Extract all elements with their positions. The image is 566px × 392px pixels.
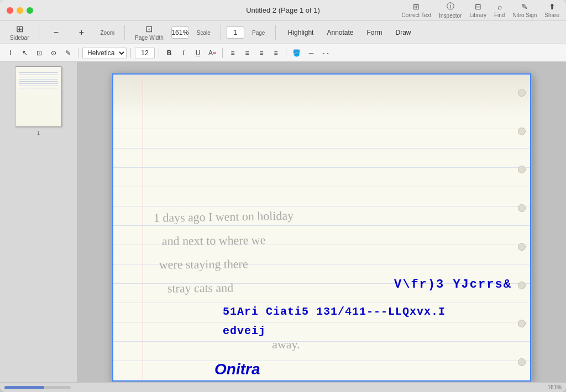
main-area: 1 (0, 62, 566, 382)
cursor-icon[interactable]: ↖ (19, 47, 31, 59)
page-thumb-number: 1 (37, 130, 40, 136)
pages-sidebar: 1 (0, 62, 77, 382)
fmt-divider-4 (222, 48, 223, 58)
toolbar-divider-2 (124, 25, 125, 40)
sidebar-toggle[interactable]: ⊞ Sidebar (6, 22, 33, 43)
share-button[interactable]: ⬆ Share (544, 2, 559, 18)
correct-text-icon: ⊞ (413, 2, 420, 11)
correct-text-button[interactable]: ⊞ Correct Text (402, 2, 432, 18)
margin-line (143, 73, 143, 382)
page-line (112, 264, 531, 264)
toolbar-divider-4 (275, 25, 276, 40)
pen-icon[interactable]: ✎ (62, 47, 74, 59)
horizontal-scrollbar[interactable] (4, 386, 71, 389)
page-width-label: Page Width (135, 35, 164, 41)
page-lines (112, 73, 531, 382)
share-label: Share (544, 12, 559, 18)
page-line (112, 148, 531, 149)
page-line (112, 129, 531, 129)
find-button[interactable]: ⌕ Find (494, 2, 505, 18)
inspector-button[interactable]: ⓘ Inspector (439, 2, 462, 19)
fmt-divider-5 (286, 48, 286, 58)
page-line (112, 303, 531, 303)
typed-text-overlay-1[interactable]: V\fr)3 YJcrrs& (394, 278, 512, 292)
page-number-input[interactable]: 1 (227, 27, 244, 39)
fmt-divider-2 (130, 48, 131, 58)
page-line (112, 361, 531, 361)
zoom-in-button[interactable]: + (70, 26, 92, 39)
page-line (112, 167, 531, 168)
zoom-out-icon: − (54, 28, 59, 38)
thumb-line (19, 79, 58, 80)
align-center-button[interactable]: ≡ (241, 47, 253, 59)
inspector-icon: ⓘ (447, 2, 454, 12)
spiral-hole (518, 358, 526, 366)
thumb-line (19, 75, 58, 75)
canvas-area[interactable]: 1 days ago I went on holiday and next to… (77, 62, 566, 382)
thumb-line (19, 72, 58, 73)
traffic-lights (7, 7, 33, 14)
nitro-sign-button[interactable]: ✎ Nitro Sign (512, 2, 537, 18)
bottom-bar: 161% (0, 382, 566, 392)
page-label-item: Page (248, 28, 270, 38)
page-line (112, 206, 531, 206)
page-thumbnail-1[interactable] (15, 66, 62, 127)
pdf-page: 1 days ago I went on holiday and next to… (112, 73, 532, 382)
tab-highlight[interactable]: Highlight (281, 28, 321, 38)
align-justify-button[interactable]: ≡ (270, 47, 282, 59)
close-button[interactable] (7, 7, 13, 14)
tab-annotate[interactable]: Annotate (320, 28, 360, 38)
library-button[interactable]: ⊟ Library (469, 2, 486, 18)
typed-text-overlay-3[interactable]: edveij (223, 325, 266, 337)
library-label: Library (469, 12, 486, 18)
text-tool-icon[interactable]: I (4, 47, 17, 59)
zoom-indicator: 161% (547, 384, 562, 390)
minimize-button[interactable] (17, 7, 23, 14)
bold-button[interactable]: B (163, 47, 175, 59)
dash-style-button[interactable]: - - (319, 47, 332, 59)
typed-text-overlay-2[interactable]: 51Ari Ciati5 131/411---LLQxvx.I Text (223, 305, 446, 318)
correct-text-label: Correct Text (402, 12, 432, 18)
page-width-button[interactable]: ⊡ Page Width (130, 22, 168, 43)
sidebar-label: Sidebar (10, 35, 29, 41)
thumb-line (19, 86, 58, 86)
share-icon: ⬆ (549, 2, 555, 11)
app-window: Untitled 2 (Page 1 of 1) ⊞ Correct Text … (0, 0, 566, 392)
nitro-sign-label: Nitro Sign (512, 12, 537, 18)
titlebar: Untitled 2 (Page 1 of 1) ⊞ Correct Text … (0, 0, 566, 21)
italic-button[interactable]: I (177, 47, 190, 59)
maximize-button[interactable] (27, 7, 33, 14)
font-color-button[interactable]: A (206, 47, 218, 59)
align-right-button[interactable]: ≡ (255, 47, 268, 59)
toolbar-divider-1 (39, 25, 39, 40)
underline-button[interactable]: U (192, 47, 204, 59)
spiral-hole (518, 89, 526, 97)
format-toolbar: I ↖ ⊡ ⊙ ✎ Helvetica 12 B I U A ≡ ≡ ≡ ≡ 🪣… (0, 44, 566, 62)
spiral-hole (518, 204, 526, 212)
zoom-control[interactable]: Zoom (96, 28, 119, 38)
scale-label: Scale (197, 30, 211, 36)
frame-icon[interactable]: ⊡ (33, 47, 45, 59)
scale-label-item: Scale (192, 28, 215, 38)
font-size-display[interactable]: 12 (135, 47, 155, 59)
typed-text-bottom[interactable]: Onitra (214, 361, 260, 378)
main-toolbar: ⊞ Sidebar − + Zoom ⊡ Page Width 161% Sca… (0, 21, 566, 44)
paint-bucket-icon[interactable]: 🪣 (290, 47, 303, 59)
tab-draw[interactable]: Draw (389, 28, 418, 38)
window-title: Untitled 2 (Page 1 of 1) (246, 6, 320, 14)
find-icon: ⌕ (497, 2, 502, 11)
nitro-sign-icon: ✎ (521, 2, 528, 11)
spiral-hole (518, 243, 526, 251)
zoom-out-button[interactable]: − (45, 26, 67, 39)
line-style-button[interactable]: ─ (305, 47, 317, 59)
lasso-icon[interactable]: ⊙ (48, 47, 60, 59)
page-width-icon: ⊡ (145, 24, 153, 34)
align-left-button[interactable]: ≡ (227, 47, 239, 59)
font-family-select[interactable]: Helvetica (82, 47, 127, 59)
page-line (112, 245, 531, 245)
fmt-divider-3 (159, 48, 159, 58)
spiral-hole (518, 128, 526, 135)
toolbar-divider-3 (221, 25, 221, 40)
sidebar-icon: ⊞ (16, 24, 23, 34)
tab-form[interactable]: Form (360, 28, 389, 38)
